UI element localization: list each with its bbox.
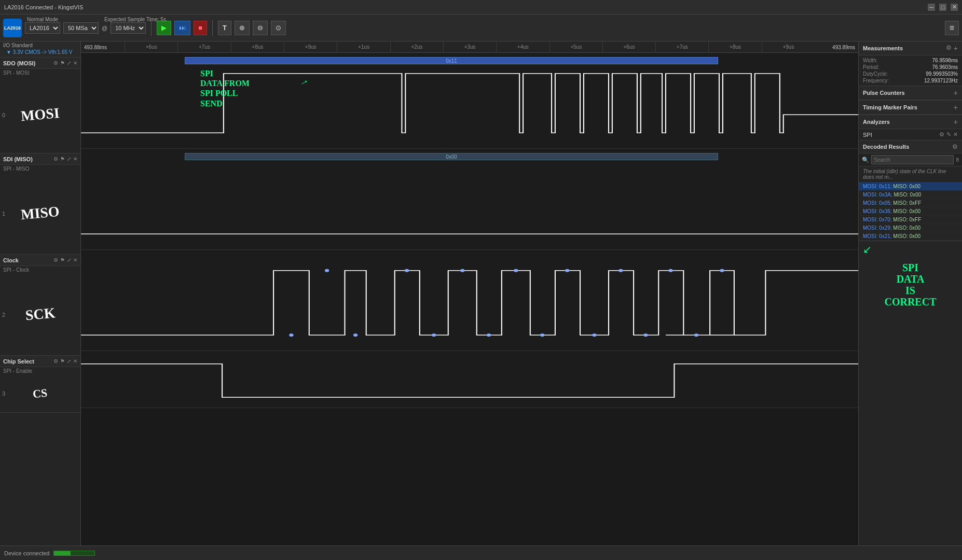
- expand-icon-clock[interactable]: ⤢: [67, 257, 71, 263]
- channel-miso-content: 1 MISO: [0, 173, 80, 254]
- analyzers-section: Analyzers + SPI ⚙ ✎ ✕: [859, 115, 962, 141]
- decoded-item-1[interactable]: MOSI: 0x3A; MISO: 0x00: [859, 191, 962, 199]
- status-indicator: [53, 551, 95, 556]
- measurements-section: Measurements ⚙ + Width: 76.9598ms Period…: [859, 41, 962, 86]
- add-icon-timing[interactable]: +: [954, 103, 958, 111]
- channel-clock-content: 2 SCK: [0, 274, 80, 355]
- timing-marker-header[interactable]: Timing Marker Pairs +: [859, 101, 962, 115]
- channel-index-1: 1: [2, 211, 5, 217]
- format-icon[interactable]: ⚑: [60, 60, 65, 66]
- svg-point-7: [514, 269, 518, 272]
- add-icon-pulse[interactable]: +: [954, 89, 958, 97]
- device-select[interactable]: LA2016: [25, 22, 60, 34]
- svg-point-0: [289, 333, 293, 337]
- channel-miso: SDI (MISO) ⚙ ⚑ ⤢ ✕ SPI - MISO 1 MISO: [0, 153, 80, 255]
- format-icon-clock[interactable]: ⚑: [60, 257, 65, 263]
- svg-point-15: [720, 269, 724, 272]
- channel-mosi-name: SDO (MOSI): [3, 60, 35, 66]
- channel-labels: I/O Standard ▼ 3.3V CMOS -> Vth:1.65 V S…: [0, 41, 81, 545]
- zoom-out-button[interactable]: ⊖: [253, 21, 268, 35]
- svg-point-5: [460, 269, 464, 272]
- zoom-in-button[interactable]: ⊕: [235, 21, 250, 35]
- period-value: 76.9603ms: [893, 64, 958, 70]
- titlebar-controls: ─ □ ✕: [928, 4, 958, 11]
- ruler-mark-9: +6us: [602, 41, 655, 53]
- settings-icon-cs[interactable]: ⚙: [53, 358, 58, 364]
- gear-icon-measurements[interactable]: ⚙: [946, 44, 952, 52]
- io-standard-label: I/O Standard ▼ 3.3V CMOS -> Vth:1.65 V: [0, 41, 80, 58]
- step-button[interactable]: ⏭: [174, 21, 190, 35]
- channel-miso-label: MISO: [20, 204, 60, 223]
- close-icon-miso[interactable]: ✕: [73, 156, 77, 162]
- miso-waveform-svg: [81, 149, 858, 249]
- channel-clock: Clock ⚙ ⚑ ⤢ ✕ SPI - Clock 2 SCK: [0, 255, 80, 356]
- close-icon-clock[interactable]: ✕: [73, 257, 77, 263]
- measurements-header[interactable]: Measurements ⚙ +: [859, 41, 962, 55]
- decoded-item-0[interactable]: MOSI: 0x11; MISO: 0x00: [859, 183, 962, 191]
- sample-rate-select[interactable]: 50 MSa: [63, 22, 99, 34]
- decoded-results-header[interactable]: Decoded Results ⚙: [859, 141, 962, 153]
- channel-index-2: 2: [2, 312, 5, 318]
- run-button[interactable]: ▶: [157, 21, 171, 35]
- svg-point-1: [325, 269, 329, 272]
- decoded-mosi-4: MOSI: 0x70;: [863, 217, 893, 222]
- ruler-mark-11: +8us: [708, 41, 761, 53]
- channel-mosi: SDO (MOSI) ⚙ ⚑ ⤢ ✕ SPI - MOSI 0 MOSI: [0, 58, 80, 153]
- waveform-area: 493.88ms +6us +7us +8us +9us +1us +2us +…: [81, 41, 858, 545]
- clock-select[interactable]: 10 MHz: [111, 22, 146, 34]
- expand-icon[interactable]: ⤢: [67, 60, 71, 66]
- decoded-miso-6: MISO: 0x00: [893, 233, 920, 239]
- menu-button[interactable]: ≡: [945, 21, 959, 35]
- stop-button[interactable]: ■: [194, 21, 207, 35]
- decoded-miso-4: MISO: 0xFF: [893, 217, 921, 222]
- channel-clock-icons: ⚙ ⚑ ⤢ ✕: [53, 257, 77, 263]
- text-tool-button[interactable]: T: [218, 21, 231, 35]
- ruler-time-right: 493.89ms: [832, 44, 855, 50]
- analyzers-header[interactable]: Analyzers +: [859, 115, 962, 129]
- spi-analyzer-icons: ⚙ ✎ ✕: [939, 131, 958, 138]
- svg-point-6: [487, 333, 491, 337]
- svg-point-13: [668, 269, 672, 272]
- decoded-search-input[interactable]: [871, 155, 954, 164]
- close-button[interactable]: ✕: [951, 4, 958, 11]
- decoded-item-6[interactable]: MOSI: 0x21; MISO: 0x00: [859, 232, 962, 241]
- format-icon-cs[interactable]: ⚑: [60, 358, 65, 364]
- decoded-item-5[interactable]: MOSI: 0x29; MISO: 0x00: [859, 224, 962, 232]
- svg-point-10: [592, 333, 596, 337]
- gear-icon-spi[interactable]: ⚙: [939, 131, 944, 138]
- channel-mosi-header: SDO (MOSI) ⚙ ⚑ ⤢ ✕: [0, 58, 80, 69]
- format-icon-miso[interactable]: ⚑: [60, 156, 65, 162]
- ruler-marks-container: +6us +7us +8us +9us +1us +2us +3us +4us …: [83, 41, 856, 53]
- close-icon-cs[interactable]: ✕: [73, 358, 77, 364]
- ruler-mark-8: +5us: [549, 41, 602, 53]
- add-icon-analyzers[interactable]: +: [954, 118, 958, 126]
- settings-icon[interactable]: ⚙: [53, 60, 58, 66]
- decoded-miso-3: MISO: 0x00: [893, 208, 920, 214]
- channel-cs-name: Chip Select: [3, 358, 34, 365]
- decoded-item-4[interactable]: MOSI: 0x70; MISO: 0xFF: [859, 216, 962, 224]
- decoded-mosi-5: MOSI: 0x29;: [863, 225, 893, 231]
- expand-icon-miso[interactable]: ⤢: [67, 156, 71, 162]
- add-icon-measurements[interactable]: +: [954, 44, 958, 52]
- close-icon[interactable]: ✕: [73, 60, 77, 66]
- gear-icon-decoded[interactable]: ⚙: [952, 143, 958, 150]
- expand-icon-cs[interactable]: ⤢: [67, 358, 71, 364]
- settings-icon-clock[interactable]: ⚙: [53, 257, 58, 263]
- cs-waveform-svg: [81, 351, 858, 408]
- pulse-counters-header[interactable]: Pulse Counters +: [859, 86, 962, 100]
- edit-icon-spi[interactable]: ✎: [946, 131, 951, 138]
- ruler-mark-12: +9us: [762, 41, 815, 53]
- maximize-button[interactable]: □: [939, 4, 946, 11]
- dutycycle-label: DutyCycle:: [863, 71, 889, 77]
- settings-icon-miso[interactable]: ⚙: [53, 156, 58, 162]
- waveform-mosi: 0x11 SPIDATA FROMSPI POLLSEND →: [81, 53, 858, 149]
- decoded-mosi-6: MOSI: 0x21;: [863, 233, 893, 239]
- svg-point-8: [540, 333, 544, 337]
- minimize-button[interactable]: ─: [928, 4, 935, 11]
- decoded-item-3[interactable]: MOSI: 0x36; MISO: 0x00: [859, 207, 962, 216]
- close-icon-spi[interactable]: ✕: [953, 131, 958, 138]
- decoded-item-2[interactable]: MOSI: 0x05; MISO: 0xFF: [859, 199, 962, 207]
- zoom-fit-button[interactable]: ⊙: [271, 21, 286, 35]
- app-logo: LA2016: [3, 19, 22, 37]
- channel-clock-label: SCK: [24, 305, 56, 324]
